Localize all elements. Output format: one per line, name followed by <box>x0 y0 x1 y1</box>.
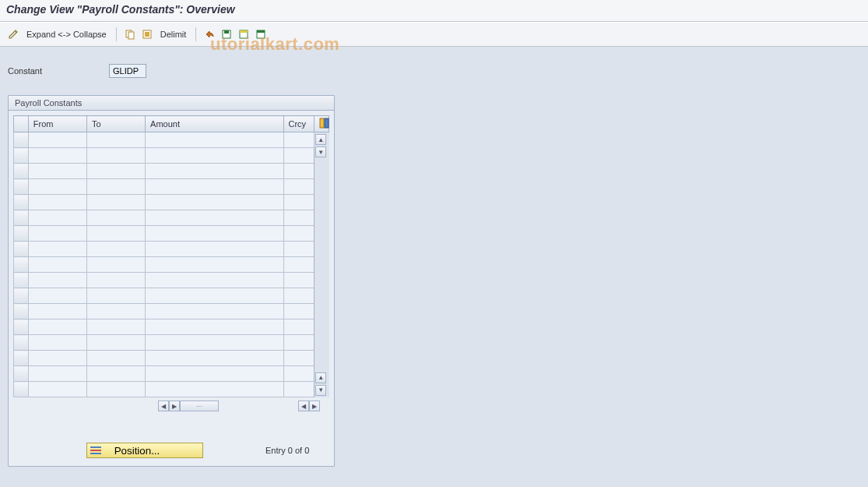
copy-icon[interactable] <box>123 27 137 41</box>
scroll-down-icon[interactable]: ▼ <box>315 385 326 396</box>
cell[interactable] <box>146 148 283 164</box>
cell[interactable] <box>146 351 283 366</box>
expand-collapse-button[interactable]: Expand <-> Collapse <box>23 30 110 39</box>
cell[interactable] <box>146 210 283 226</box>
cell[interactable] <box>86 210 145 226</box>
cell[interactable] <box>146 382 283 397</box>
scroll-right-icon[interactable]: ▶ <box>309 401 320 411</box>
row-selector[interactable] <box>14 366 29 382</box>
cell[interactable] <box>28 195 86 210</box>
row-selector[interactable] <box>14 195 29 210</box>
cell[interactable] <box>283 179 315 195</box>
row-selector[interactable] <box>14 132 29 148</box>
cell[interactable] <box>146 164 283 179</box>
cell[interactable] <box>283 335 315 351</box>
cell[interactable] <box>28 366 86 382</box>
cell[interactable] <box>86 226 145 242</box>
cell[interactable] <box>283 273 315 288</box>
scroll-up-icon[interactable]: ▼ <box>315 146 326 157</box>
cell[interactable] <box>146 319 283 335</box>
cell[interactable] <box>86 351 145 366</box>
row-selector[interactable] <box>14 335 29 351</box>
col-to[interactable]: To <box>86 116 145 132</box>
cell[interactable] <box>283 319 315 335</box>
select-all-icon[interactable] <box>140 27 154 41</box>
cell[interactable] <box>86 257 145 273</box>
row-selector[interactable] <box>14 226 29 242</box>
row-selector[interactable] <box>14 257 29 273</box>
cell[interactable] <box>146 335 283 351</box>
cell[interactable] <box>28 319 86 335</box>
toggle-change-icon[interactable] <box>6 27 20 41</box>
row-selector[interactable] <box>14 351 29 366</box>
cell[interactable] <box>283 164 315 179</box>
cell[interactable] <box>283 288 315 304</box>
scroll-down-icon[interactable]: ▲ <box>315 372 326 383</box>
cell[interactable] <box>28 179 86 195</box>
hscroll-thumb[interactable]: ⋯ <box>180 401 219 411</box>
row-selector[interactable] <box>14 288 29 304</box>
cell[interactable] <box>28 148 86 164</box>
cell[interactable] <box>146 179 283 195</box>
cell[interactable] <box>86 382 145 397</box>
cell[interactable] <box>86 304 145 319</box>
row-selector[interactable] <box>14 304 29 319</box>
scroll-left-icon[interactable]: ◀ <box>298 401 309 411</box>
cell[interactable] <box>28 288 86 304</box>
position-button[interactable]: Position... <box>86 443 203 458</box>
row-selector[interactable] <box>14 179 29 195</box>
row-selector[interactable] <box>14 319 29 335</box>
cell[interactable] <box>283 257 315 273</box>
cell[interactable] <box>146 132 283 148</box>
scroll-right-icon[interactable]: ▶ <box>169 401 180 411</box>
cell[interactable] <box>86 179 145 195</box>
cell[interactable] <box>28 242 86 257</box>
delimit-button[interactable]: Delimit <box>157 30 190 39</box>
save-variant-icon[interactable] <box>220 27 234 41</box>
select-all-rows[interactable] <box>14 116 29 132</box>
cell[interactable] <box>28 382 86 397</box>
cell[interactable] <box>86 273 145 288</box>
select-block-icon[interactable] <box>237 27 251 41</box>
row-selector[interactable] <box>14 273 29 288</box>
row-selector[interactable] <box>14 382 29 397</box>
cell[interactable] <box>28 226 86 242</box>
deselect-block-icon[interactable] <box>254 27 268 41</box>
row-selector[interactable] <box>14 148 29 164</box>
col-amount[interactable]: Amount <box>146 116 283 132</box>
cell[interactable] <box>86 164 145 179</box>
cell[interactable] <box>86 319 145 335</box>
cell[interactable] <box>146 242 283 257</box>
col-from[interactable]: From <box>28 116 86 132</box>
cell[interactable] <box>283 148 315 164</box>
cell[interactable] <box>28 304 86 319</box>
cell[interactable] <box>283 210 315 226</box>
row-selector[interactable] <box>14 164 29 179</box>
cell[interactable] <box>28 257 86 273</box>
cell[interactable] <box>283 366 315 382</box>
cell[interactable] <box>28 210 86 226</box>
cell[interactable] <box>28 164 86 179</box>
scroll-up-icon[interactable]: ▲ <box>315 134 326 145</box>
cell[interactable] <box>86 242 145 257</box>
cell[interactable] <box>28 273 86 288</box>
cell[interactable] <box>86 288 145 304</box>
cell[interactable] <box>86 148 145 164</box>
constant-input[interactable] <box>109 64 146 78</box>
cell[interactable] <box>146 288 283 304</box>
cell[interactable] <box>283 132 315 148</box>
cell[interactable] <box>86 335 145 351</box>
cell[interactable] <box>28 335 86 351</box>
scroll-left-icon[interactable]: ◀ <box>158 401 169 411</box>
cell[interactable] <box>86 195 145 210</box>
row-selector[interactable] <box>14 210 29 226</box>
col-crcy[interactable]: Crcy <box>283 116 315 132</box>
cell[interactable] <box>86 366 145 382</box>
cell[interactable] <box>146 366 283 382</box>
cell[interactable] <box>28 132 86 148</box>
cell[interactable] <box>28 351 86 366</box>
cell[interactable] <box>146 226 283 242</box>
cell[interactable] <box>146 273 283 288</box>
cell[interactable] <box>146 257 283 273</box>
table-config-icon[interactable] <box>315 116 329 132</box>
